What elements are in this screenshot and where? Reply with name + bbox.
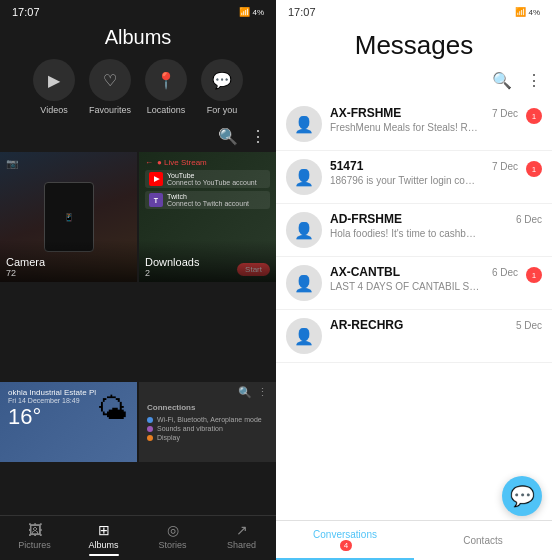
- message-item[interactable]: 👤 AX-FRSHME 7 Dec FreshMenu Meals for St…: [276, 98, 552, 151]
- msg-preview: FreshMenu Meals for Steals! Rs.50 OFF on…: [330, 122, 480, 133]
- connection-sound: Sounds and vibration: [147, 425, 268, 432]
- category-favourites[interactable]: ♡ Favourites: [89, 59, 131, 115]
- connections-header: Connections: [147, 403, 268, 412]
- msg-preview: 186796 is your Twitter login code. Don't…: [330, 175, 480, 186]
- msg-content-ax-frshme: AX-FRSHME 7 Dec FreshMenu Meals for Stea…: [330, 106, 518, 133]
- compose-icon: 💬: [510, 484, 535, 508]
- msg-preview: LAST 4 DAYS OF CANTABIL SPECIAL PREVIEW …: [330, 281, 480, 292]
- album-categories: ▶ Videos ♡ Favourites 📍 Locations 💬 For …: [0, 59, 276, 127]
- msg-time: 6 Dec: [492, 267, 518, 278]
- tab-contacts[interactable]: Contacts: [414, 521, 552, 560]
- msg-badge: 1: [526, 108, 542, 124]
- right-status-bar: 17:07 📶 4%: [276, 0, 552, 22]
- albums-indicator: [89, 554, 119, 556]
- tab-conversations[interactable]: Conversations 4: [276, 521, 414, 560]
- for-you-label: For you: [207, 105, 238, 115]
- weather-widget[interactable]: okhla Industrial Estate Pl Fri 14 Decemb…: [0, 382, 137, 462]
- more-icon[interactable]: ⋮: [250, 127, 266, 146]
- camera-label: Camera 72: [0, 240, 137, 282]
- weather-icon: 🌤: [97, 392, 127, 426]
- msg-time: 7 Dec: [492, 108, 518, 119]
- wifi-dot: [147, 417, 153, 423]
- nav-stories[interactable]: ◎ Stories: [138, 516, 207, 560]
- msg-content-ax-cantbl: AX-CANTBL 6 Dec LAST 4 DAYS OF CANTABIL …: [330, 265, 518, 292]
- pictures-label: Pictures: [18, 540, 51, 550]
- live-banner: ← ● Live Stream: [145, 158, 270, 167]
- connections-widget[interactable]: 🔍 ⋮ Connections Wi-Fi, Bluetooth, Aeropl…: [139, 382, 276, 462]
- msg-sender: AX-FRSHME: [330, 106, 401, 120]
- right-bottom-nav: Conversations 4 Contacts: [276, 520, 552, 560]
- conversations-label: Conversations: [313, 529, 377, 540]
- nav-albums[interactable]: ⊞ Albums: [69, 516, 138, 560]
- category-for-you[interactable]: 💬 For you: [201, 59, 243, 115]
- twitch-row: T Twitch Connect to Twitch account: [145, 191, 270, 209]
- left-bottom-nav: 🖼 Pictures ⊞ Albums ◎ Stories ↗ Shared: [0, 515, 276, 560]
- locations-label: Locations: [147, 105, 186, 115]
- messages-more-icon[interactable]: ⋮: [526, 71, 542, 90]
- downloads-album[interactable]: ← ● Live Stream ▶ YouTube Connect to You…: [139, 152, 276, 282]
- display-dot: [147, 435, 153, 441]
- camera-album[interactable]: 📱 Camera 72 📷: [0, 152, 137, 282]
- search-icon[interactable]: 🔍: [218, 127, 238, 146]
- pictures-icon: 🖼: [28, 522, 42, 538]
- twitch-icon: T: [149, 193, 163, 207]
- msg-badge: 1: [526, 161, 542, 177]
- avatar-ar-rechrg: 👤: [286, 318, 322, 354]
- for-you-icon: 💬: [201, 59, 243, 101]
- msg-content-51471: 51471 7 Dec 186796 is your Twitter login…: [330, 159, 518, 186]
- downloads-label: Downloads 2: [139, 240, 276, 282]
- videos-icon: ▶: [33, 59, 75, 101]
- right-panel: 17:07 📶 4% Messages 🔍 ⋮ 👤 AX-FRSHME 7 De…: [276, 0, 552, 560]
- nav-pictures[interactable]: 🖼 Pictures: [0, 516, 69, 560]
- msg-content-ar-rechrg: AR-RECHRG 5 Dec: [330, 318, 542, 334]
- left-status-bar: 17:07 📶 4%: [0, 0, 276, 22]
- right-toolbar: 🔍 ⋮: [276, 71, 552, 98]
- message-item[interactable]: 👤 AX-CANTBL 6 Dec LAST 4 DAYS OF CANTABI…: [276, 257, 552, 310]
- sound-dot: [147, 426, 153, 432]
- weather-location: okhla Industrial Estate Pl: [8, 388, 98, 397]
- widget-more-icon[interactable]: ⋮: [257, 386, 268, 399]
- msg-sender: AR-RECHRG: [330, 318, 403, 332]
- compose-fab-button[interactable]: 💬: [502, 476, 542, 516]
- message-item[interactable]: 👤 AR-RECHRG 5 Dec: [276, 310, 552, 363]
- msg-sender: AD-FRSHME: [330, 212, 402, 226]
- right-status-icons: 📶 4%: [515, 7, 540, 17]
- widget-search-icon[interactable]: 🔍: [238, 386, 252, 399]
- msg-content-ad-frshme: AD-FRSHME 6 Dec Hola foodies! It's time …: [330, 212, 542, 239]
- messages-search-icon[interactable]: 🔍: [492, 71, 512, 90]
- left-title: Albums: [0, 22, 276, 59]
- shared-icon: ↗: [236, 522, 248, 538]
- connection-wifi: Wi-Fi, Bluetooth, Aeroplane mode: [147, 416, 268, 423]
- youtube-row: ▶ YouTube Connect to YouTube account: [145, 170, 270, 188]
- avatar-ax-frshme: 👤: [286, 106, 322, 142]
- youtube-icon: ▶: [149, 172, 163, 186]
- stories-label: Stories: [158, 540, 186, 550]
- msg-time: 7 Dec: [492, 161, 518, 172]
- album-toolbar: 🔍 ⋮: [0, 127, 276, 152]
- favourites-icon: ♡: [89, 59, 131, 101]
- msg-time: 5 Dec: [516, 320, 542, 331]
- message-item[interactable]: 👤 51471 7 Dec 186796 is your Twitter log…: [276, 151, 552, 204]
- left-panel: 17:07 📶 4% Albums ▶ Videos ♡ Favourites …: [0, 0, 276, 560]
- category-videos[interactable]: ▶ Videos: [33, 59, 75, 115]
- msg-sender: 51471: [330, 159, 363, 173]
- message-item[interactable]: 👤 AD-FRSHME 6 Dec Hola foodies! It's tim…: [276, 204, 552, 257]
- avatar-ad-frshme: 👤: [286, 212, 322, 248]
- shared-label: Shared: [227, 540, 256, 550]
- albums-label: Albums: [88, 540, 118, 550]
- nav-shared[interactable]: ↗ Shared: [207, 516, 276, 560]
- stories-icon: ◎: [167, 522, 179, 538]
- left-time: 17:07: [12, 6, 40, 18]
- albums-icon: ⊞: [98, 522, 110, 538]
- videos-label: Videos: [40, 105, 67, 115]
- msg-preview: Hola foodies! It's time to cashback. Pay…: [330, 228, 480, 239]
- connection-display: Display: [147, 434, 268, 441]
- msg-badge: 1: [526, 267, 542, 283]
- contacts-label: Contacts: [463, 535, 502, 546]
- conversations-badge: 4: [340, 540, 352, 551]
- right-time: 17:07: [288, 6, 316, 18]
- left-status-icons: 📶 4%: [239, 7, 264, 17]
- category-locations[interactable]: 📍 Locations: [145, 59, 187, 115]
- album-grid: 📱 Camera 72 📷 ← ● Live Stream ▶ YouTube: [0, 152, 276, 560]
- msg-time: 6 Dec: [516, 214, 542, 225]
